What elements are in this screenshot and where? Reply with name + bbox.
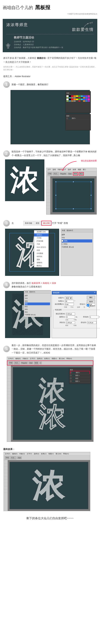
space-input[interactable]	[66, 321, 75, 324]
graphicstyle-tab[interactable]: 图形样式	[67, 230, 73, 232]
ai-toolbar-5[interactable]: 字符 方正... Regular 32pt 段落 ≡	[7, 360, 93, 366]
tool-size[interactable]: 32pt	[67, 172, 72, 175]
menu-item[interactable]: 文字(T)	[30, 358, 35, 360]
curve-input[interactable]	[66, 316, 75, 318]
swatch-cell[interactable]	[71, 96, 73, 97]
swatch-cell[interactable]	[69, 100, 71, 102]
angle-input[interactable]	[65, 300, 74, 302]
swatch-cell[interactable]	[85, 100, 88, 102]
swatch-cell[interactable]	[85, 99, 88, 100]
menu-item[interactable]: 效果(C)	[41, 453, 47, 455]
swatch-cell[interactable]	[76, 96, 78, 97]
swatch-cell[interactable]	[69, 96, 71, 97]
space-var-input[interactable]	[87, 321, 96, 324]
mini-panel-row[interactable]: 描边:	[25, 311, 50, 314]
swatch-cell[interactable]	[66, 96, 69, 97]
ai-toolbar[interactable]: 字符 方正... Regular 32pt 填色 描边	[46, 172, 97, 176]
mini-tab-appearance[interactable]: 外观	[25, 291, 28, 293]
swatch-cell[interactable]	[66, 99, 69, 100]
preview-check[interactable]: 预览(P)	[87, 304, 95, 307]
layer-row[interactable]: 图层 3	[70, 380, 90, 383]
tool-stroke[interactable]: 描边	[79, 172, 84, 176]
mini-panel-row[interactable]: 不透明度: 默认值	[25, 314, 50, 316]
swatch-cell[interactable]	[78, 99, 81, 100]
swatch-cell[interactable]	[73, 99, 76, 100]
layer-row[interactable]: 锁定	[70, 377, 90, 380]
panel-row-opacity[interactable]: 不透明度: 默认值	[61, 246, 92, 249]
panel-row-char[interactable]: 字符	[61, 236, 92, 240]
menu-item[interactable]: 视图	[78, 168, 81, 171]
swatch-cell[interactable]	[71, 100, 73, 102]
swatch-cell[interactable]	[88, 96, 90, 97]
layers-tab[interactable]: 图层	[66, 115, 69, 117]
swatch-cell[interactable]	[71, 99, 73, 100]
menu-item[interactable]: 文件(F)	[8, 358, 13, 360]
swatch-cell[interactable]	[76, 99, 78, 100]
dropdown-item[interactable]: 分色预览	[34, 252, 49, 255]
menu-item[interactable]: 文字(T)	[27, 453, 32, 455]
layers-panel-5[interactable]: 图层图层 2图层 1锁定图层 3	[69, 368, 91, 384]
ai-menubar-5[interactable]: 文件(F)编辑(E)对象(O)文字(T)选择(S)效果(C)视图(V)窗口(W)…	[7, 357, 93, 360]
mini-panel-row[interactable]: 字符	[25, 297, 50, 300]
menu-basic[interactable]: 基本功能	[23, 221, 34, 226]
menu-window[interactable]: 窗口(W)	[41, 221, 51, 226]
menu-type[interactable]: 类型	[34, 221, 41, 226]
menu-item[interactable]: 对象(O)	[23, 358, 28, 360]
close-icon[interactable]: ✕	[94, 292, 96, 294]
dropdown-item[interactable]: 动作(N)	[34, 255, 49, 258]
tool-weight[interactable]: Regular	[60, 172, 67, 175]
cancel-button[interactable]: 取消	[87, 300, 95, 304]
preset-select[interactable]: 自定	[65, 296, 72, 300]
appearance-panel[interactable]: 外观 图形样式 文字 字符 填色: 描边: 不透明度: 默认值	[61, 229, 93, 276]
menu-item[interactable]: 文件(F)	[5, 453, 10, 455]
swatch-cell[interactable]	[83, 99, 85, 100]
dropdown-item[interactable]: 变换	[34, 258, 49, 261]
swatch-cell[interactable]	[88, 99, 90, 100]
artboard-5[interactable]: 浓 浓 图层图层 2图层 1锁定图层 3	[13, 367, 92, 440]
ai-tool-strip-final[interactable]	[4, 460, 8, 511]
swatch-cell[interactable]	[88, 100, 90, 102]
tool-char-label[interactable]: 字符	[48, 172, 52, 175]
menu-item[interactable]: 帮助(H)	[66, 358, 72, 360]
dropdown-item[interactable]: 新建窗口(W)	[34, 230, 49, 234]
swatch-cell[interactable]	[76, 97, 78, 98]
window-dropdown[interactable]: 新建窗口(W)排列(A)工作区扩展功能工具SVG 交互(Y)信息分色预览动作(N…	[34, 230, 49, 268]
mini-panel-row[interactable]: 填色:	[25, 300, 50, 302]
dropdown-item[interactable]: 排列(A)	[34, 234, 49, 236]
artboard-final[interactable]: 浓 浓	[9, 462, 88, 509]
menu-item[interactable]: 选择(S)	[34, 453, 39, 455]
menu-item[interactable]: 视图(V)	[52, 358, 57, 360]
ai-menubar-final[interactable]: 文件(F)编辑(E)对象(O)文字(T)选择(S)效果(C)视图(V)窗口(W)…	[4, 452, 90, 456]
swatch-cell[interactable]	[73, 97, 76, 98]
swatch-cell[interactable]	[71, 97, 73, 98]
menu-item[interactable]: 窗口	[83, 168, 86, 171]
swatch-cell[interactable]	[78, 97, 81, 98]
ai-tool-strip[interactable]	[46, 176, 50, 214]
layer-row[interactable]: 图层 2	[70, 371, 90, 374]
ok-button[interactable]: 确定	[87, 296, 95, 299]
swatch-cell[interactable]	[83, 96, 85, 97]
menu-item[interactable]: 窗口(W)	[59, 358, 65, 360]
swatch-cell[interactable]	[81, 96, 83, 97]
layer-row[interactable]: 图层 1	[70, 374, 90, 377]
swatch-cell[interactable]	[69, 97, 71, 98]
mini-panel-row[interactable]: 填色:	[25, 308, 50, 311]
dropdown-item[interactable]: 图层(L)	[34, 264, 49, 267]
menu-item[interactable]: 帮助(H)	[63, 453, 69, 455]
dropdown-item[interactable]: SVG 交互(Y)	[34, 246, 49, 249]
swatch-cell[interactable]	[88, 97, 90, 98]
mini-tab-style[interactable]: 图形样式	[29, 291, 35, 293]
dropdown-item[interactable]: 工具	[34, 243, 49, 246]
menu-item[interactable]: 编辑(E)	[12, 453, 17, 455]
overlap-input[interactable]	[65, 303, 74, 306]
dropdown-item[interactable]: 变量(R)	[34, 261, 49, 264]
swatch-cell[interactable]	[73, 96, 76, 97]
swatch-cell[interactable]	[83, 100, 85, 102]
ai-toolbar-final[interactable]: 字符方正...32pt	[4, 456, 90, 460]
swatch-cell[interactable]	[66, 100, 69, 102]
mini-panel-row[interactable]: 描边:	[25, 305, 50, 308]
appearance-mini-panel[interactable]: 外观 图形样式 文字字符填色:涂抹描边:填色:描边:不透明度: 默认值	[24, 290, 51, 317]
scribble-dialog[interactable]: 涂抹选项 ✕ 确定 取消 预览(P) 设置(T):自定 角度(A): ° 路径重…	[52, 291, 97, 338]
menu-item[interactable]: 文字	[48, 168, 51, 171]
ai-tool-strip-5[interactable]	[7, 366, 11, 442]
